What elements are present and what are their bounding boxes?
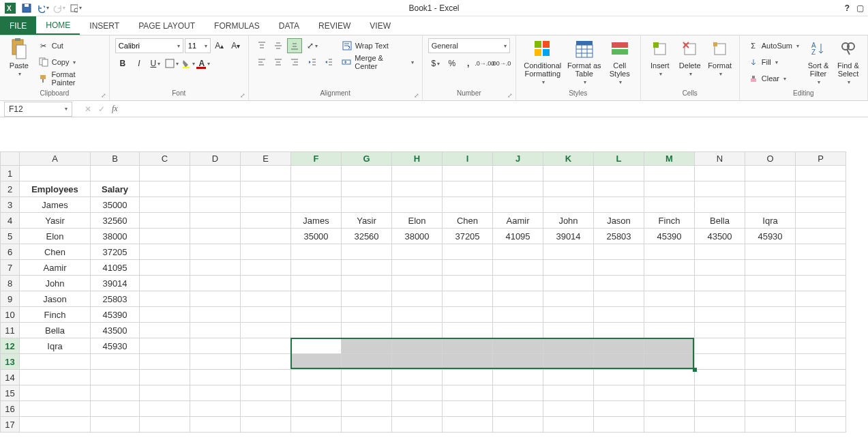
copy-button[interactable]: Copy▾ (35, 55, 104, 70)
cell-D6[interactable] (190, 244, 241, 260)
cell-O4[interactable]: Iqra (745, 213, 796, 229)
select-all-corner[interactable] (1, 152, 20, 166)
col-header-E[interactable]: E (241, 152, 291, 166)
cell-L5[interactable]: 25803 (594, 229, 644, 244)
cell-F14[interactable] (291, 370, 342, 385)
cell-N6[interactable] (695, 244, 745, 260)
cell-B6[interactable]: 37205 (91, 244, 140, 260)
cell-P12[interactable] (796, 338, 846, 354)
cell-M14[interactable] (644, 370, 695, 385)
cell-G9[interactable] (342, 291, 392, 307)
row-header-17[interactable]: 17 (1, 417, 20, 433)
cell-I15[interactable] (443, 385, 493, 401)
col-header-I[interactable]: I (443, 152, 493, 166)
cell-C15[interactable] (140, 385, 190, 401)
cell-E12[interactable] (241, 338, 291, 354)
col-header-M[interactable]: M (644, 152, 695, 166)
cell-A3[interactable]: James (20, 197, 91, 213)
cell-P3[interactable] (796, 197, 846, 213)
decrease-font-icon[interactable]: A▾ (228, 38, 243, 53)
cell-F7[interactable] (291, 260, 342, 276)
cell-O16[interactable] (745, 401, 796, 417)
cell-J10[interactable] (493, 307, 543, 323)
cell-A17[interactable] (20, 417, 91, 433)
cell-P16[interactable] (796, 401, 846, 417)
col-header-L[interactable]: L (594, 152, 644, 166)
tab-formulas[interactable]: FORMULAS (205, 16, 269, 35)
cell-G6[interactable] (342, 244, 392, 260)
row-header-12[interactable]: 12 (1, 338, 20, 354)
help-icon[interactable]: ? (845, 3, 850, 13)
cell-J8[interactable] (493, 276, 543, 291)
row-header-1[interactable]: 1 (1, 166, 20, 181)
cell-L9[interactable] (594, 291, 644, 307)
cell-P13[interactable] (796, 354, 846, 370)
increase-decimal-icon[interactable]: .0→.00 (477, 56, 492, 71)
cell-D9[interactable] (190, 291, 241, 307)
cell-O11[interactable] (745, 323, 796, 338)
cell-G4[interactable]: Yasir (342, 213, 392, 229)
cell-M4[interactable]: Finch (644, 213, 695, 229)
cell-H3[interactable] (392, 197, 443, 213)
cell-O8[interactable] (745, 276, 796, 291)
ribbon-display-icon[interactable]: ▢ (856, 3, 864, 13)
cell-N4[interactable]: Bella (695, 213, 745, 229)
format-cells-button[interactable]: Format▾ (706, 38, 734, 77)
cell-A5[interactable]: Elon (20, 229, 91, 244)
cell-J15[interactable] (493, 385, 543, 401)
cell-P6[interactable] (796, 244, 846, 260)
cell-N15[interactable] (695, 385, 745, 401)
cell-E5[interactable] (241, 229, 291, 244)
paste-button[interactable]: Paste▾ (5, 38, 33, 77)
cell-C7[interactable] (140, 260, 190, 276)
row-header-15[interactable]: 15 (1, 385, 20, 401)
cell-L10[interactable] (594, 307, 644, 323)
cell-F6[interactable] (291, 244, 342, 260)
row-header-7[interactable]: 7 (1, 260, 20, 276)
cell-E11[interactable] (241, 323, 291, 338)
col-header-A[interactable]: A (20, 152, 91, 166)
save-icon[interactable] (20, 2, 33, 14)
cell-G10[interactable] (342, 307, 392, 323)
cell-J6[interactable] (493, 244, 543, 260)
cell-N16[interactable] (695, 401, 745, 417)
cell-B16[interactable] (91, 401, 140, 417)
cell-L6[interactable] (594, 244, 644, 260)
cell-H6[interactable] (392, 244, 443, 260)
row-header-3[interactable]: 3 (1, 197, 20, 213)
percent-format-icon[interactable]: % (445, 56, 460, 71)
cell-I14[interactable] (443, 370, 493, 385)
cell-M5[interactable]: 45390 (644, 229, 695, 244)
cell-H12[interactable] (392, 338, 443, 354)
cell-A11[interactable]: Bella (20, 323, 91, 338)
cell-G5[interactable]: 32560 (342, 229, 392, 244)
cell-C8[interactable] (140, 276, 190, 291)
cut-button[interactable]: ✂Cut (35, 38, 104, 53)
cell-K2[interactable] (543, 181, 594, 197)
cell-J12[interactable] (493, 338, 543, 354)
cell-I1[interactable] (443, 166, 493, 181)
cell-G7[interactable] (342, 260, 392, 276)
cell-D7[interactable] (190, 260, 241, 276)
cell-N5[interactable]: 43500 (695, 229, 745, 244)
cell-I13[interactable] (443, 354, 493, 370)
cell-C4[interactable] (140, 213, 190, 229)
cell-A9[interactable]: Jason (20, 291, 91, 307)
cell-I10[interactable] (443, 307, 493, 323)
cell-O7[interactable] (745, 260, 796, 276)
find-select-button[interactable]: Find & Select▾ (835, 38, 862, 85)
cell-P5[interactable] (796, 229, 846, 244)
cell-H7[interactable] (392, 260, 443, 276)
cell-N12[interactable] (695, 338, 745, 354)
cell-C17[interactable] (140, 417, 190, 433)
cell-I5[interactable]: 37205 (443, 229, 493, 244)
cell-L4[interactable]: Jason (594, 213, 644, 229)
clear-button[interactable]: Clear▾ (745, 71, 802, 86)
cell-A10[interactable]: Finch (20, 307, 91, 323)
cell-I12[interactable] (443, 338, 493, 354)
cell-M3[interactable] (644, 197, 695, 213)
cell-G1[interactable] (342, 166, 392, 181)
cell-A12[interactable]: Iqra (20, 338, 91, 354)
cell-L1[interactable] (594, 166, 644, 181)
enter-formula-icon[interactable]: ✓ (98, 104, 105, 114)
